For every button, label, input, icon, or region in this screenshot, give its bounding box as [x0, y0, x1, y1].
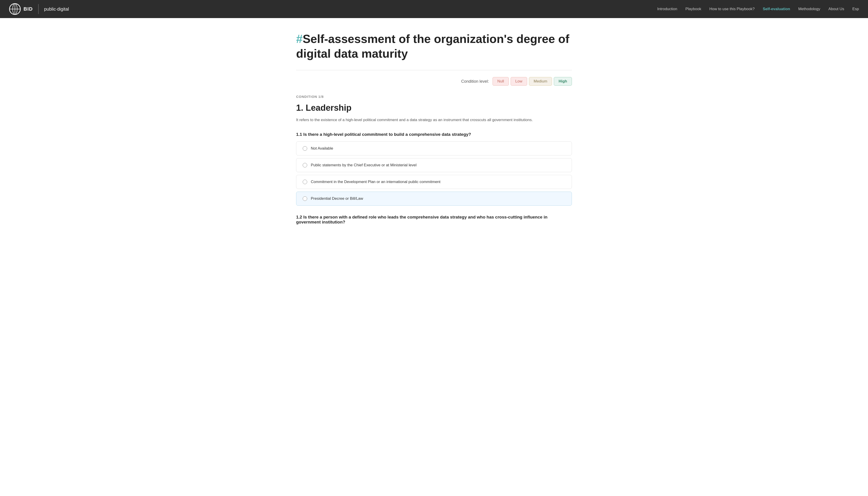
option-development-plan-label: Commitment in the Development Plan or an… — [311, 180, 440, 184]
logo[interactable]: BID — [9, 3, 33, 15]
option-public-statements-label: Public statements by the Chief Executive… — [311, 163, 417, 168]
logo-text: BID — [24, 6, 33, 12]
nav-playbook[interactable]: Playbook — [685, 7, 701, 11]
nav-links: Introduction Playbook How to use this Pl… — [657, 7, 859, 11]
nav-methodology[interactable]: Methodology — [798, 7, 820, 11]
title-main: Self-assessment of the organization's de… — [296, 32, 569, 60]
option-not-available[interactable]: Not Available — [296, 141, 572, 155]
option-public-statements[interactable]: Public statements by the Chief Executive… — [296, 158, 572, 172]
radio-options-1: Not Available Public statements by the C… — [296, 141, 572, 206]
question-1-block: 1.1 Is there a high-level political comm… — [296, 132, 572, 206]
condition-counter: CONDITION 1/8 — [296, 95, 572, 98]
section-number: 1. — [296, 103, 303, 112]
nav-about-us[interactable]: About Us — [828, 7, 844, 11]
option-development-plan[interactable]: Commitment in the Development Plan or an… — [296, 175, 572, 189]
condition-level-label: Condition level: — [461, 79, 489, 84]
level-medium[interactable]: Medium — [529, 77, 552, 86]
level-low[interactable]: Low — [511, 77, 527, 86]
section-description: It refers to the existence of a high-lev… — [296, 117, 572, 123]
main-content: #Self-assessment of the organization's d… — [264, 18, 604, 252]
condition-level-row: Condition level: Null Low Medium High — [296, 77, 572, 86]
section-name: Leadership — [306, 103, 352, 112]
nav-esp[interactable]: Esp — [852, 7, 859, 11]
section-title: 1. Leadership — [296, 103, 572, 113]
question-2-text: 1.2 Is there a person with a defined rol… — [296, 215, 572, 224]
radio-not-available[interactable] — [303, 146, 307, 151]
option-presidential-decree[interactable]: Presidential Decree or Bill/Law — [296, 192, 572, 206]
radio-presidential-decree[interactable] — [303, 196, 307, 201]
brand-name: public·digital — [44, 6, 69, 12]
nav-divider — [38, 4, 38, 14]
level-high[interactable]: High — [554, 77, 572, 86]
title-hash: # — [296, 32, 303, 45]
nav-introduction[interactable]: Introduction — [657, 7, 677, 11]
option-presidential-decree-label: Presidential Decree or Bill/Law — [311, 196, 363, 201]
level-badges: Null Low Medium High — [493, 77, 572, 86]
question-1-text: 1.1 Is there a high-level political comm… — [296, 132, 572, 137]
radio-development-plan[interactable] — [303, 180, 307, 184]
radio-public-statements[interactable] — [303, 163, 307, 168]
nav-how-to-use[interactable]: How to use this Playbook? — [709, 7, 755, 11]
page-title: #Self-assessment of the organization's d… — [296, 32, 572, 61]
level-null[interactable]: Null — [493, 77, 509, 86]
question-2-block: 1.2 Is there a person with a defined rol… — [296, 215, 572, 224]
option-not-available-label: Not Available — [311, 146, 333, 151]
navigation: BID public·digital Introduction Playbook… — [0, 0, 868, 18]
nav-self-evaluation[interactable]: Self-evaluation — [763, 7, 790, 11]
bid-logo-icon — [9, 3, 21, 15]
